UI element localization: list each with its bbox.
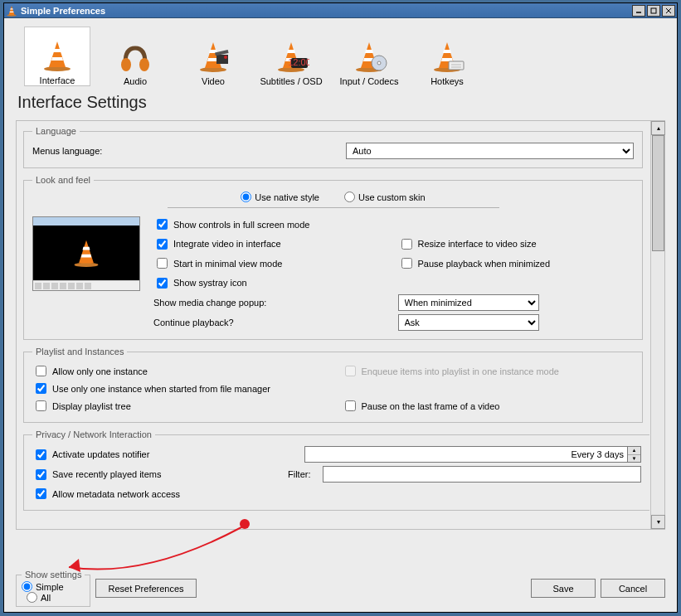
media-popup-select[interactable]: When minimized: [398, 294, 539, 311]
cb-resize-interface[interactable]: Resize interface to video size: [398, 236, 635, 252]
cb-save-recent[interactable]: Save recently played items: [32, 467, 281, 483]
app-icon: [6, 5, 17, 17]
tab-audio[interactable]: Audio: [102, 27, 168, 86]
tab-label: Interface: [40, 75, 75, 85]
continue-playback-label: Continue playback?: [153, 318, 390, 327]
svg-point-9: [224, 56, 227, 59]
svg-point-13: [377, 61, 381, 65]
tab-label: Subtitles / OSD: [260, 76, 322, 86]
radio-custom-skin[interactable]: Use custom skin: [344, 192, 426, 202]
tab-label: Video: [202, 76, 225, 86]
group-playlist: Playlist and Instances Allow only one in…: [23, 347, 643, 423]
spinner-up-icon[interactable]: ▲: [628, 447, 640, 455]
cb-one-instance-filemanager[interactable]: Use only one instance when started from …: [32, 381, 634, 396]
category-toolbar: Interface Audio Video 12:00 Subtitles / …: [16, 27, 665, 86]
radio-all[interactable]: All: [27, 592, 85, 603]
svg-rect-14: [449, 61, 464, 70]
scroll-thumb[interactable]: [652, 135, 664, 251]
cb-metadata-network[interactable]: Allow metadata network access: [32, 486, 180, 502]
cone-disc-icon: [349, 40, 389, 73]
cb-pause-minimized[interactable]: Pause playback when minimized: [398, 255, 635, 271]
vertical-scrollbar[interactable]: ▴ ▾: [650, 121, 664, 529]
minimize-button[interactable]: [632, 5, 645, 17]
reset-preferences-button[interactable]: Reset Preferences: [95, 579, 196, 598]
svg-point-5: [121, 58, 131, 71]
tab-interface[interactable]: Interface: [24, 27, 90, 86]
cone-clapper-icon: [193, 40, 233, 73]
group-privacy: Privacy / Network Interaction Activate u…: [23, 429, 649, 511]
updates-interval-input[interactable]: [304, 446, 628, 463]
cb-systray-icon[interactable]: Show systray icon: [153, 275, 390, 291]
window-title: Simple Preferences: [21, 6, 630, 16]
cone-subtitle-icon: 12:00: [271, 40, 311, 73]
cb-pause-last-frame[interactable]: Pause on the last frame of a video: [342, 398, 635, 414]
group-look-and-feel: Look and feel Use native style Use custo…: [23, 175, 643, 340]
tab-label: Hotkeys: [430, 76, 464, 86]
svg-rect-2: [651, 8, 656, 13]
radio-native-style[interactable]: Use native style: [241, 192, 319, 202]
cb-minimal-view[interactable]: Start in minimal view mode: [153, 255, 390, 271]
scroll-down-icon[interactable]: ▾: [651, 515, 665, 529]
cancel-button[interactable]: Cancel: [601, 579, 665, 598]
tab-video[interactable]: Video: [180, 27, 246, 86]
group-legend: Privacy / Network Interaction: [32, 429, 155, 439]
cb-show-controls-fullscreen[interactable]: Show controls in full screen mode: [153, 216, 390, 232]
settings-scroll-area: Language Menus language: Auto Look and f…: [16, 120, 665, 530]
svg-text:12:00: 12:00: [288, 57, 309, 67]
media-popup-label: Show media change popup:: [153, 298, 390, 308]
radio-simple[interactable]: Simple: [22, 581, 85, 592]
cone-keyboard-icon: [427, 40, 467, 73]
group-language: Language Menus language: Auto: [23, 126, 643, 168]
tab-label: Audio: [124, 76, 147, 86]
spinner-down-icon[interactable]: ▼: [628, 455, 640, 463]
maximize-button[interactable]: [647, 5, 660, 17]
cone-icon: [37, 39, 77, 72]
tab-hotkeys[interactable]: Hotkeys: [414, 27, 480, 86]
menus-language-label: Menus language:: [32, 146, 339, 156]
menus-language-select[interactable]: Auto: [346, 143, 634, 159]
cb-display-playlist-tree[interactable]: Display playlist tree: [32, 398, 325, 414]
group-show-settings: Show settings Simple All: [16, 570, 90, 607]
cb-enqueue-one-instance: Enqueue items into playlist in one insta…: [342, 363, 635, 379]
cb-one-instance[interactable]: Allow only one instance: [32, 363, 325, 379]
save-button[interactable]: Save: [531, 579, 596, 598]
filter-input[interactable]: [323, 466, 641, 483]
scroll-up-icon[interactable]: ▴: [651, 121, 665, 135]
cb-integrate-video[interactable]: Integrate video in interface: [153, 236, 390, 252]
svg-point-6: [139, 58, 149, 71]
updates-interval-spinner[interactable]: ▲▼: [304, 446, 641, 463]
tab-label: Input / Codecs: [340, 76, 399, 86]
group-legend: Show settings: [22, 570, 85, 580]
group-legend: Playlist and Instances: [32, 347, 127, 357]
tab-subtitles[interactable]: 12:00 Subtitles / OSD: [258, 27, 324, 86]
tab-input-codecs[interactable]: Input / Codecs: [336, 27, 402, 86]
titlebar: Simple Preferences: [4, 3, 677, 18]
close-button[interactable]: [662, 5, 675, 17]
page-title: Interface Settings: [17, 93, 665, 112]
headphones-icon: [115, 40, 155, 73]
spinner-buttons[interactable]: ▲▼: [628, 446, 641, 463]
continue-playback-select[interactable]: Ask: [398, 314, 539, 331]
filter-label: Filter:: [288, 469, 316, 479]
cb-updates-notifier[interactable]: Activate updates notifier: [32, 447, 298, 463]
group-legend: Look and feel: [32, 175, 94, 185]
group-legend: Language: [32, 126, 80, 136]
interface-preview-thumbnail: [32, 216, 145, 291]
